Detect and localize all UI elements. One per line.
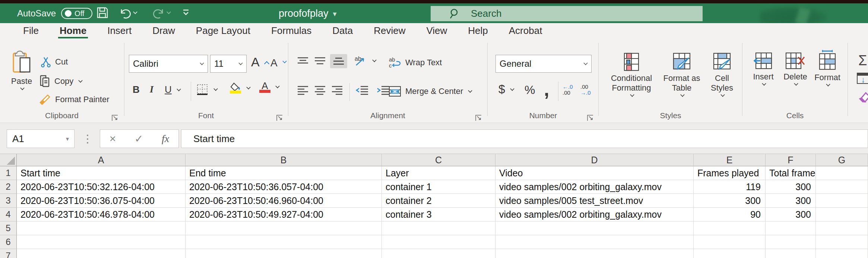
redo-button[interactable] xyxy=(152,6,171,19)
tab-acrobat[interactable]: Acrobat xyxy=(498,23,553,38)
cell[interactable]: End time xyxy=(186,166,382,180)
underline-button[interactable]: U xyxy=(165,84,181,95)
font-dialog-launcher-icon[interactable]: ↘ xyxy=(276,115,282,121)
cell[interactable]: 300 xyxy=(766,180,816,194)
row-header[interactable]: 7 xyxy=(0,249,17,258)
column-header[interactable]: E xyxy=(694,154,766,166)
middle-align-button[interactable] xyxy=(314,56,326,66)
conditional-formatting-button[interactable]: Conditional Formatting xyxy=(604,52,659,97)
autosum-button[interactable]: Σ xyxy=(858,53,867,69)
redo-dropdown-icon[interactable] xyxy=(167,10,171,14)
row-header[interactable]: 1 xyxy=(0,166,17,180)
tab-data[interactable]: Data xyxy=(322,23,363,38)
column-header[interactable]: B xyxy=(186,154,382,166)
font-color-button[interactable]: A xyxy=(259,81,279,93)
clear-button[interactable] xyxy=(856,90,868,105)
formula-bar-drag-handle[interactable] xyxy=(86,132,89,147)
borders-button[interactable] xyxy=(196,83,218,96)
select-all-corner[interactable] xyxy=(0,154,17,166)
cell[interactable] xyxy=(766,235,816,249)
cell[interactable]: 300 xyxy=(766,208,816,221)
align-right-button[interactable] xyxy=(331,85,343,95)
copy-dropdown-icon[interactable] xyxy=(79,78,83,82)
tab-help[interactable]: Help xyxy=(457,23,498,38)
conditional-formatting-dropdown-icon[interactable] xyxy=(630,92,634,97)
cell[interactable] xyxy=(186,249,382,258)
wrap-text-button[interactable]: abc Wrap Text xyxy=(388,56,442,69)
cell-styles-dropdown-icon[interactable] xyxy=(720,92,725,97)
cell[interactable]: Frames played xyxy=(694,166,766,180)
row-header[interactable]: 3 xyxy=(0,194,17,208)
tab-view[interactable]: View xyxy=(416,23,457,38)
decrease-font-size-button[interactable]: A xyxy=(270,57,286,69)
orientation-dropdown-icon[interactable] xyxy=(372,58,376,62)
bottom-align-button[interactable] xyxy=(330,54,347,68)
decrease-decimal-button[interactable]: .00 →.0 xyxy=(580,84,591,96)
cell[interactable]: 2020-06-23T10:50:46.978-04:00 xyxy=(17,208,186,221)
format-as-table-dropdown-icon[interactable] xyxy=(680,92,684,97)
align-left-button[interactable] xyxy=(297,85,309,95)
cell[interactable] xyxy=(17,235,186,249)
cell-styles-button[interactable]: Cell Styles xyxy=(705,52,739,97)
undo-dropdown-icon[interactable] xyxy=(133,10,137,14)
cancel-icon[interactable]: × xyxy=(110,132,116,145)
fill-color-button[interactable] xyxy=(229,82,250,94)
formula-input[interactable]: Start time xyxy=(181,129,868,148)
cell[interactable] xyxy=(382,221,495,235)
cell[interactable] xyxy=(816,166,868,180)
font-name-combo[interactable]: Calibri xyxy=(129,55,208,73)
cell[interactable]: 2020-06-23T10:50:46.960-04:00 xyxy=(186,194,382,208)
cell[interactable] xyxy=(382,235,495,249)
customize-quick-access-button[interactable] xyxy=(181,6,191,18)
cell[interactable] xyxy=(816,249,868,258)
cell[interactable]: 90 xyxy=(694,208,766,221)
cell[interactable] xyxy=(816,235,868,249)
cell[interactable] xyxy=(495,249,694,258)
format-cells-button[interactable]: Format xyxy=(811,50,843,86)
cell[interactable]: container 3 xyxy=(382,208,495,221)
cell[interactable] xyxy=(186,221,382,235)
cell[interactable]: 300 xyxy=(694,194,766,208)
tab-formulas[interactable]: Formulas xyxy=(261,23,322,38)
cell[interactable]: video samples/002 orbiting_galaxy.mov xyxy=(495,208,694,221)
row-header[interactable]: 2 xyxy=(0,180,17,194)
save-button[interactable] xyxy=(96,6,109,19)
paste-button[interactable]: Paste xyxy=(7,50,37,90)
alignment-dialog-launcher-icon[interactable]: ↘ xyxy=(475,115,481,121)
cell[interactable]: 119 xyxy=(694,180,766,194)
cell[interactable] xyxy=(816,180,868,194)
name-box[interactable]: A1 ▾ xyxy=(7,129,75,148)
document-title[interactable]: proofofplay ▾ xyxy=(279,8,337,19)
cell[interactable]: 2020-06-23T10:50:36.057-04:00 xyxy=(186,180,382,194)
tab-draw[interactable]: Draw xyxy=(142,23,186,38)
cell[interactable]: container 2 xyxy=(382,194,495,208)
tab-insert[interactable]: Insert xyxy=(97,23,142,38)
tab-review[interactable]: Review xyxy=(363,23,416,38)
increase-font-size-button[interactable]: A xyxy=(251,55,269,69)
insert-function-icon[interactable]: fx xyxy=(162,133,169,145)
cell[interactable]: Total frames xyxy=(766,166,816,180)
cell[interactable] xyxy=(495,235,694,249)
cell[interactable]: 2020-06-23T10:50:36.075-04:00 xyxy=(17,194,186,208)
underline-dropdown-icon[interactable] xyxy=(177,87,181,91)
column-header[interactable]: D xyxy=(495,154,694,166)
cell[interactable]: Start time xyxy=(17,166,186,180)
column-header[interactable]: C xyxy=(382,154,495,166)
borders-dropdown-icon[interactable] xyxy=(213,86,218,91)
cell[interactable] xyxy=(766,249,816,258)
accounting-dropdown-icon[interactable] xyxy=(510,86,514,91)
cell[interactable]: video samples/005 test_street.mov xyxy=(495,194,694,208)
cell[interactable]: video samples/002 orbiting_galaxy.mov xyxy=(495,180,694,194)
font-color-dropdown-icon[interactable] xyxy=(275,84,279,88)
cell[interactable]: 300 xyxy=(766,194,816,208)
orientation-button[interactable]: ab xyxy=(354,55,376,67)
row-header[interactable]: 6 xyxy=(0,235,17,249)
cell[interactable] xyxy=(17,249,186,258)
tab-page-layout[interactable]: Page Layout xyxy=(186,23,261,38)
delete-cells-button[interactable]: Delete xyxy=(779,52,811,85)
cell[interactable] xyxy=(17,221,186,235)
copy-button[interactable]: Copy xyxy=(39,75,82,88)
cell[interactable]: Video xyxy=(495,166,694,180)
top-align-button[interactable] xyxy=(297,56,309,66)
cell[interactable] xyxy=(816,221,868,235)
